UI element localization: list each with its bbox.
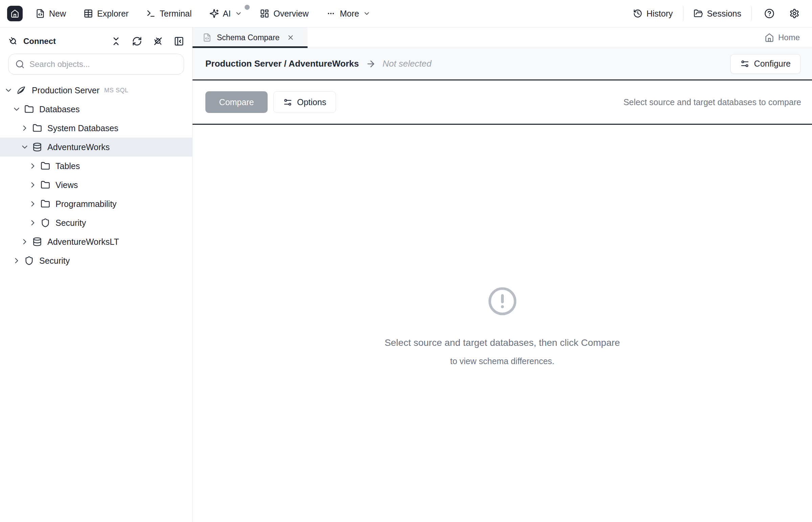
collapse-all-button[interactable] (111, 36, 121, 46)
divider (683, 6, 683, 21)
nav-item-terminal[interactable]: Terminal (146, 9, 192, 19)
tree-item-tables[interactable]: Tables (0, 157, 192, 176)
search-input[interactable] (30, 60, 177, 69)
tree-item-databases[interactable]: Databases (0, 100, 192, 119)
chevron-right-icon[interactable] (28, 162, 38, 170)
help-icon (764, 8, 774, 19)
history-icon (633, 9, 642, 18)
plug-icon (8, 36, 18, 46)
nav-item-sessions[interactable]: Sessions (694, 9, 741, 19)
tree-item-label: Databases (39, 104, 80, 114)
home-icon (765, 33, 774, 42)
chevron-right-icon[interactable] (28, 218, 38, 227)
sparkles-icon (209, 9, 219, 18)
terminal-icon (146, 9, 156, 18)
tree-item-views[interactable]: Views (0, 176, 192, 195)
nav-item-label: AI (223, 9, 231, 19)
nav-item-explorer[interactable]: Explorer (83, 9, 129, 19)
nav-item-label: New (49, 9, 66, 19)
divider (751, 6, 752, 21)
options-button-label: Options (297, 97, 326, 107)
sidebar-title-label: Connect (23, 37, 56, 46)
tree-item-security-db[interactable]: Security (0, 213, 192, 232)
tree-item-label: System Databases (47, 123, 118, 133)
home-link-label: Home (778, 33, 800, 42)
compare-button[interactable]: Compare (205, 91, 268, 113)
tab-schema-compare[interactable]: Schema Compare (193, 27, 308, 48)
arrow-right-icon (366, 59, 376, 69)
folder-icon (33, 123, 42, 133)
sidebar-actions (111, 36, 184, 46)
close-icon[interactable] (287, 34, 294, 41)
nav-item-more[interactable]: More (326, 9, 370, 19)
nav-item-label: Overview (273, 9, 309, 19)
alert-circle-icon (487, 286, 518, 317)
nav-item-label: Explorer (97, 9, 129, 19)
tree-item-label: Views (56, 180, 78, 190)
gear-icon (789, 8, 799, 19)
chevron-right-icon[interactable] (20, 237, 30, 246)
sliders-icon (740, 59, 749, 68)
search-box[interactable] (8, 54, 184, 75)
tree-item-production-server[interactable]: Production Server MS SQL (0, 81, 192, 100)
tree-item-label: AdventureWorksLT (47, 237, 119, 247)
chevron-down-icon (235, 10, 242, 17)
compare-toolbar: Compare Options Select source and target… (193, 80, 812, 125)
chevron-down-icon[interactable] (12, 105, 22, 114)
sidebar-header: Connect (0, 27, 192, 46)
toolbar-hint-text: Select source and target databases to co… (623, 97, 801, 107)
file-code-icon (203, 33, 211, 42)
compare-header: Production Server / AdventureWorks Not s… (193, 48, 812, 80)
search-icon (15, 60, 25, 69)
source-breadcrumb[interactable]: Production Server / AdventureWorks (205, 59, 359, 69)
nav-item-label: Terminal (160, 9, 192, 19)
table-icon (83, 9, 93, 18)
help-button[interactable] (762, 6, 777, 21)
collapse-panel-button[interactable] (174, 36, 184, 46)
folder-icon (41, 161, 50, 171)
chevron-down-icon[interactable] (3, 86, 14, 95)
ellipsis-icon (326, 9, 336, 18)
chevron-right-icon[interactable] (28, 199, 38, 208)
tree-item-label: AdventureWorks (47, 142, 110, 152)
main-content: Schema Compare Home Production Server / … (193, 27, 812, 522)
nav-item-ai[interactable]: AI (209, 9, 243, 19)
nav-item-new[interactable]: New (36, 9, 66, 19)
nav-item-history[interactable]: History (633, 9, 673, 19)
top-nav-right: History Sessions (633, 6, 802, 21)
app-window: New Explorer Terminal AI Overview (0, 0, 812, 522)
chevron-down-icon[interactable] (20, 143, 30, 152)
dashboard-icon (260, 9, 269, 18)
chevron-down-icon (363, 10, 370, 17)
sliders-icon (283, 98, 292, 107)
tree-item-system-databases[interactable]: System Databases (0, 119, 192, 138)
settings-button[interactable] (787, 6, 802, 21)
folder-icon (24, 104, 34, 114)
tree-item-label: Tables (56, 161, 80, 171)
database-icon (33, 237, 42, 246)
tree-item-security-server[interactable]: Security (0, 251, 192, 270)
configure-button[interactable]: Configure (731, 54, 800, 74)
tree-item-programmability[interactable]: Programmability (0, 195, 192, 213)
nav-item-label: History (646, 9, 673, 19)
tree-item-adventureworks[interactable]: AdventureWorks (0, 138, 192, 157)
tab-label: Schema Compare (217, 33, 279, 42)
shield-icon (41, 218, 50, 227)
chevron-right-icon[interactable] (12, 256, 22, 265)
disconnect-button[interactable] (153, 36, 163, 46)
nav-item-label: Sessions (707, 9, 741, 19)
home-button[interactable] (7, 6, 23, 21)
tree-item-adventureworkslt[interactable]: AdventureWorksLT (0, 232, 192, 251)
refresh-button[interactable] (132, 36, 142, 46)
options-button[interactable]: Options (273, 91, 336, 113)
folder-icon (41, 180, 50, 190)
nav-item-overview[interactable]: Overview (260, 9, 309, 19)
top-navigation-bar: New Explorer Terminal AI Overview (0, 0, 812, 27)
folder-icon (41, 199, 50, 208)
shield-icon (24, 256, 34, 265)
target-selection[interactable]: Not selected (383, 59, 432, 69)
chevron-right-icon[interactable] (20, 124, 30, 133)
chevron-right-icon[interactable] (28, 181, 38, 189)
home-link[interactable]: Home (752, 27, 812, 48)
tree-item-label: Production Server (32, 85, 99, 95)
